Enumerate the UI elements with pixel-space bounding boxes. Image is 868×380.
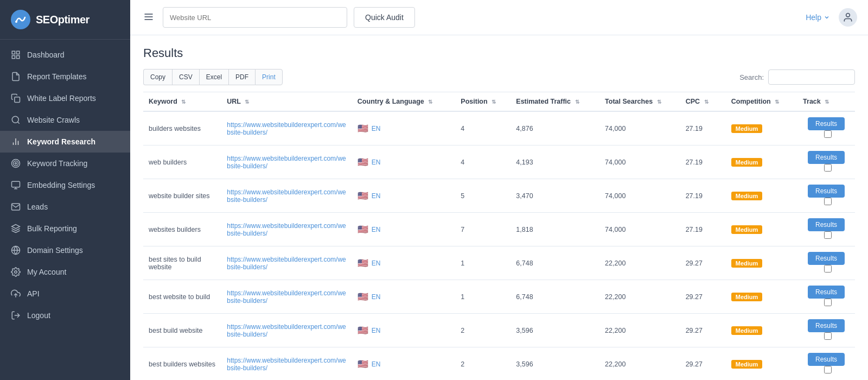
search-input[interactable] (768, 69, 855, 85)
position-cell: 4 (455, 111, 510, 145)
url-input[interactable] (163, 7, 347, 28)
col-header-competition[interactable]: Competition ⇅ (726, 92, 797, 112)
table-row: website builder sites https://www.websit… (143, 179, 855, 213)
sort-icon-cpc: ⇅ (704, 99, 709, 105)
traffic-cell: 6,748 (510, 246, 599, 280)
logo-text: SEOptimer (36, 14, 90, 26)
track-cell: Results (797, 314, 855, 347)
col-header-track[interactable]: Track ⇅ (797, 92, 855, 112)
sidebar-item-dashboard[interactable]: Dashboard (0, 44, 130, 66)
bar-chart-icon (11, 137, 21, 147)
table-toolbar: Copy CSV Excel PDF Print Search: (143, 69, 855, 85)
flag-icon: 🇺🇸 (358, 224, 368, 235)
track-checkbox[interactable] (824, 366, 832, 373)
results-button[interactable]: Results (808, 218, 845, 231)
pdf-button[interactable]: PDF (228, 69, 255, 85)
url-cell: https://www.websitebuilderexpert.com/web… (221, 213, 352, 246)
globe-icon (11, 245, 21, 255)
competition-cell: Medium (726, 213, 797, 246)
sidebar-item-api[interactable]: API (0, 283, 130, 305)
track-checkbox[interactable] (824, 299, 832, 306)
search-area: Search: (739, 69, 855, 85)
competition-badge: Medium (731, 192, 763, 200)
sidebar-item-white-label-label: White Label Reports (27, 94, 96, 103)
track-checkbox[interactable] (824, 164, 832, 172)
quick-audit-button[interactable]: Quick Audit (354, 7, 415, 28)
competition-badge: Medium (731, 225, 763, 234)
col-header-searches[interactable]: Total Searches ⇅ (599, 92, 680, 112)
table-row: builders websites https://www.websitebui… (143, 111, 855, 145)
position-cell: 4 (455, 145, 510, 179)
track-checkbox[interactable] (824, 265, 832, 273)
results-button[interactable]: Results (808, 185, 845, 198)
help-button[interactable]: Help (806, 13, 830, 22)
copy-button[interactable]: Copy (143, 69, 172, 85)
sidebar-item-domain-settings[interactable]: Domain Settings (0, 239, 130, 261)
results-button[interactable]: Results (808, 151, 845, 164)
col-header-country[interactable]: Country & Language ⇅ (352, 92, 456, 112)
track-checkbox[interactable] (824, 231, 832, 239)
hamburger-button[interactable] (141, 9, 156, 26)
flag-icon: 🇺🇸 (358, 191, 368, 201)
logo[interactable]: SEOptimer (0, 0, 130, 40)
results-button[interactable]: Results (808, 353, 845, 366)
sidebar-item-embedding-settings[interactable]: Embedding Settings (0, 174, 130, 196)
sidebar-item-report-templates-label: Report Templates (27, 72, 86, 81)
sidebar-item-keyword-tracking[interactable]: Keyword Tracking (0, 153, 130, 174)
col-header-keyword[interactable]: Keyword ⇅ (143, 92, 221, 112)
competition-badge: Medium (731, 293, 763, 301)
track-cell: Results (797, 111, 855, 145)
keyword-cell: best builders websites (143, 347, 221, 381)
flag-icon: 🇺🇸 (358, 325, 368, 335)
user-icon (843, 12, 853, 23)
sidebar-item-api-label: API (27, 289, 40, 298)
sidebar-item-my-account[interactable]: My Account (0, 261, 130, 283)
cpc-cell: 29.27 (680, 280, 726, 314)
results-button[interactable]: Results (808, 117, 845, 130)
page-title: Results (143, 46, 855, 60)
results-button[interactable]: Results (808, 319, 845, 332)
file-icon (11, 72, 21, 81)
competition-badge: Medium (731, 158, 763, 167)
col-header-cpc[interactable]: CPC ⇅ (680, 92, 726, 112)
sidebar-item-embedding-settings-label: Embedding Settings (27, 181, 95, 189)
sidebar-item-keyword-research[interactable]: Keyword Research (0, 131, 130, 153)
csv-button[interactable]: CSV (172, 69, 199, 85)
track-cell: Results (797, 179, 855, 213)
col-header-traffic[interactable]: Estimated Traffic ⇅ (510, 92, 599, 112)
grid-icon (11, 50, 21, 60)
sidebar-item-report-templates[interactable]: Report Templates (0, 66, 130, 87)
sidebar-item-logout[interactable]: Logout (0, 305, 130, 326)
sidebar-item-leads-label: Leads (27, 202, 48, 211)
content-area: Results Copy CSV Excel PDF Print Search:… (130, 35, 868, 380)
col-header-url[interactable]: URL ⇅ (221, 92, 352, 112)
excel-button[interactable]: Excel (199, 69, 228, 85)
sidebar-item-domain-settings-label: Domain Settings (27, 246, 83, 255)
sidebar-item-my-account-label: My Account (27, 268, 66, 276)
results-button[interactable]: Results (808, 286, 845, 299)
user-avatar[interactable] (839, 8, 857, 27)
sidebar-item-leads[interactable]: Leads (0, 196, 130, 218)
sidebar-item-bulk-reporting[interactable]: Bulk Reporting (0, 218, 130, 239)
traffic-cell: 3,596 (510, 314, 599, 347)
track-checkbox[interactable] (824, 332, 832, 340)
table-row: best builders websites https://www.websi… (143, 347, 855, 381)
svg-point-1 (15, 21, 17, 23)
sidebar-item-white-label[interactable]: White Label Reports (0, 87, 130, 109)
col-header-position[interactable]: Position ⇅ (455, 92, 510, 112)
flag-icon: 🇺🇸 (358, 123, 368, 134)
searches-cell: 22,200 (599, 314, 680, 347)
print-button[interactable]: Print (255, 69, 283, 85)
table-body: builders websites https://www.websitebui… (143, 111, 855, 380)
table-row: websites builders https://www.websitebui… (143, 213, 855, 246)
url-cell: https://www.websitebuilderexpert.com/web… (221, 280, 352, 314)
track-checkbox[interactable] (824, 198, 832, 205)
upload-icon (11, 289, 21, 299)
settings-icon (11, 267, 21, 277)
competition-cell: Medium (726, 111, 797, 145)
country-cell: 🇺🇸 EN (352, 145, 456, 179)
sort-icon-searches: ⇅ (657, 99, 661, 105)
results-button[interactable]: Results (808, 252, 845, 265)
track-checkbox[interactable] (824, 130, 832, 138)
sidebar-item-website-crawls[interactable]: Website Crawls (0, 109, 130, 131)
